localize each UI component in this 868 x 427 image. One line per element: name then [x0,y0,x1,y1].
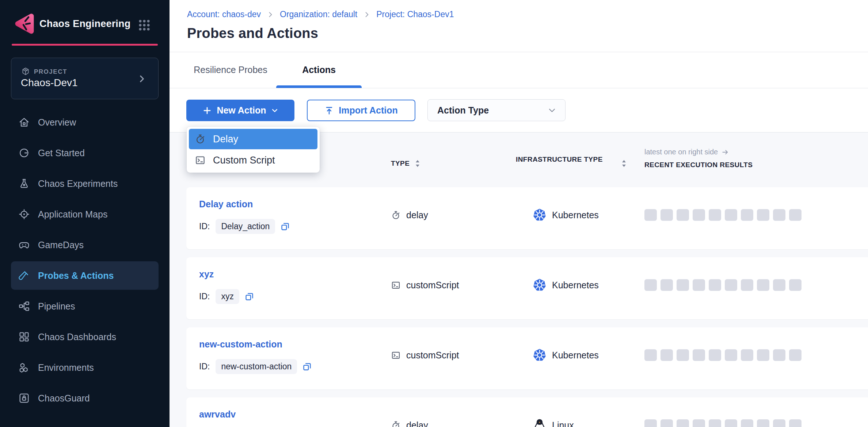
breadcrumb-link-2[interactable]: Organization: default [280,9,357,19]
action-type-select[interactable]: Action Type [427,99,566,121]
execution-result-placeholder [644,349,657,361]
nav-item-overview[interactable]: Overview [11,108,159,136]
nav-item-application-maps[interactable]: Application Maps [11,200,159,228]
copy-icon[interactable] [302,362,312,372]
execution-result-placeholder [741,419,753,427]
nav-item-environments[interactable]: Environments [11,353,159,382]
execution-result-placeholder [741,279,753,291]
lock-square-icon [18,392,30,404]
execution-result-placeholder [693,419,705,427]
dashboard-grid-icon [18,331,30,343]
execution-result-placeholder [709,419,721,427]
nav-item-get-started[interactable]: Get Started [11,139,159,167]
action-id-value: Delay_action [216,219,275,234]
nav-item-gamedays[interactable]: GameDays [11,231,159,259]
sidebar: Chaos Engineering PROJECT Chaos-Dev1 Ov [0,0,170,427]
action-id-line: ID:new-custom-action [199,359,312,374]
type-header-label: TYPE [391,159,410,168]
execution-result-placeholder [757,349,769,361]
module-grid-icon[interactable] [137,18,151,32]
nav-item-label: Overview [38,117,76,128]
copy-icon[interactable] [280,222,290,231]
action-name-link[interactable]: xyz [199,269,214,280]
sort-icon[interactable] [621,159,627,168]
execution-result-placeholder [773,419,785,427]
execution-result-placeholder [660,349,673,361]
kubernetes-icon [533,208,547,222]
new-action-label: New Action [217,105,266,116]
import-action-button[interactable]: Import Action [307,100,415,121]
infrastructure-type-value: Linux [552,420,574,427]
execution-result-placeholder [789,419,802,427]
menu-item-custom-script[interactable]: Custom Script [189,150,317,170]
chevron-down-icon [548,106,556,115]
execution-result-placeholder [741,349,753,361]
tab-resilience-probes[interactable]: Resilience Probes [186,52,275,88]
nav-item-label: Get Started [38,148,85,158]
execution-result-placeholder [709,349,721,361]
tab-label: Resilience Probes [194,65,267,75]
execution-result-placeholder [757,209,769,221]
chevron-right-icon [267,11,274,18]
menu-item-label: Delay [213,134,238,145]
new-action-button[interactable]: New Action [186,100,294,121]
action-name-link[interactable]: awrvadv [199,409,236,420]
action-name-link[interactable]: new-custom-action [199,339,282,350]
page-title: Probes and Actions [187,26,318,41]
plus-icon [202,106,212,115]
chevron-right-icon [363,11,370,18]
action-name-link[interactable]: Delay action [199,199,253,209]
execution-result-placeholder [644,209,657,221]
nav-item-chaos-experiments[interactable]: Chaos Experiments [11,169,159,198]
column-header-type[interactable]: TYPE [391,159,420,168]
id-label: ID: [199,362,210,372]
kubernetes-icon [533,348,547,362]
nav-item-pipelines[interactable]: Pipelines [11,292,159,320]
infrastructure-type-cell: Kubernetes [533,278,599,292]
column-header-infrastructure-type[interactable]: INFRASTRUCTURE TYPE [516,154,608,164]
execution-result-placeholder [757,419,769,427]
screen: Chaos Engineering PROJECT Chaos-Dev1 Ov [0,0,868,427]
copy-icon[interactable] [244,292,254,301]
project-selector[interactable]: PROJECT Chaos-Dev1 [11,58,159,99]
chaos-logo-icon [13,12,37,35]
execution-result-placeholder [693,209,705,221]
nav-item-label: Chaos Experiments [38,178,118,189]
terminal-icon [391,280,401,290]
sort-icon [415,159,420,168]
action-row-delay-action: Delay actionID:Delay_actiondelayKubernet… [186,187,868,249]
action-type-cell: customScript [391,278,459,292]
menu-item-delay[interactable]: Delay [189,129,317,149]
nav-item-chaosguard[interactable]: ChaosGuard [11,384,159,412]
execution-result-placeholder [725,209,737,221]
hexagons-icon [18,362,30,373]
execution-result-placeholder [709,209,721,221]
infrastructure-type-value: Kubernetes [552,210,599,220]
tabs-divider [170,88,868,88]
tab-bar: Resilience ProbesActions [186,52,363,88]
recent-execution-results [644,418,802,427]
execution-result-placeholder [709,279,721,291]
nav-item-chaos-dashboards[interactable]: Chaos Dashboards [11,323,159,351]
execution-result-placeholder [773,349,785,361]
breadcrumb-link-1[interactable]: Account: chaos-dev [187,9,261,19]
tab-actions[interactable]: Actions [275,52,363,88]
execution-result-placeholder [773,209,785,221]
nav-item-probes-actions[interactable]: Probes & Actions [11,261,159,290]
execution-result-placeholder [725,419,737,427]
execution-result-placeholder [644,279,657,291]
recent-execution-results [644,278,802,292]
action-type-value: delay [406,210,428,220]
action-type-label: Action Type [437,105,489,116]
brand-divider [12,44,158,46]
execution-result-placeholder [773,279,785,291]
action-type-value: delay [406,420,428,427]
breadcrumb-link-3[interactable]: Project: Chaos-Dev1 [376,9,454,19]
action-id-value: xyz [216,289,239,304]
action-id-line: ID:Delay_action [199,219,290,234]
execution-result-placeholder [660,279,673,291]
actions-table: TYPE INFRASTRUCTURE TYPE latest one on r… [170,132,868,427]
infrastructure-type-cell: Kubernetes [533,348,599,362]
execution-result-placeholder [693,279,705,291]
stopwatch-icon [195,134,206,145]
